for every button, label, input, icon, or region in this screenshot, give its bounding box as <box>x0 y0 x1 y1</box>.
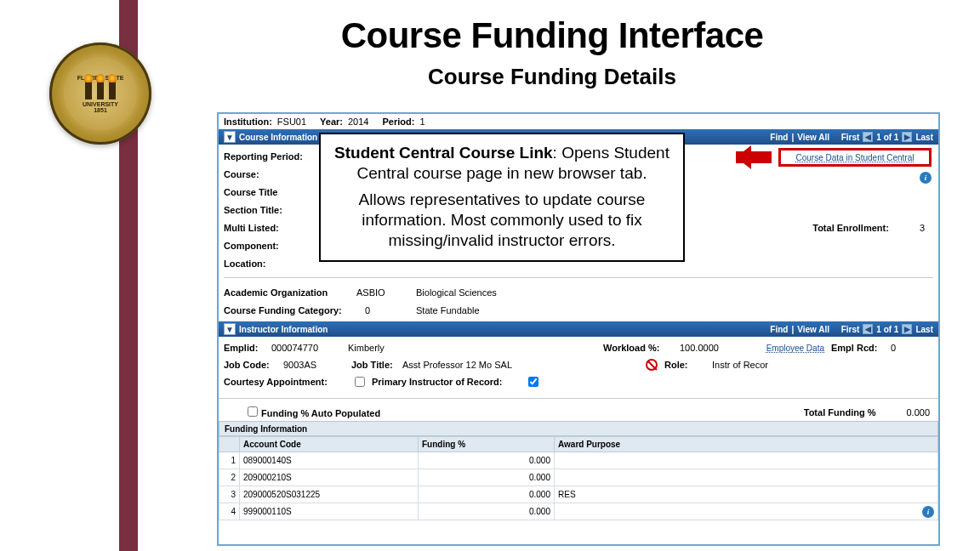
job-title-value: Asst Professor 12 Mo SAL <box>402 360 512 370</box>
academic-org-label: Academic Organization <box>224 287 351 298</box>
table-row: 2 209000210S 0.000 <box>219 469 938 486</box>
total-enrollment-value: 3 <box>920 223 925 233</box>
table-row: 3 209000520S031225 0.000 RES <box>219 486 938 503</box>
seal-bottom-text: UNIVERSITY <box>83 101 118 107</box>
pct-cell: 0.000 <box>419 452 555 469</box>
account-header: Account Code <box>240 437 419 452</box>
table-row: 4 999000110S 0.000 i <box>219 503 938 520</box>
row-number-header <box>219 437 240 452</box>
find-link[interactable]: Find <box>770 133 788 142</box>
role-value: Instr of Recor <box>712 360 768 370</box>
student-central-highlight: Course Data in Student Central <box>778 148 932 167</box>
academic-org-code: ASBIO <box>356 287 416 298</box>
funding-table: Account Code Funding % Award Purpose 1 0… <box>219 436 938 520</box>
prohibit-icon <box>646 359 658 371</box>
account-cell: 209000210S <box>240 469 419 486</box>
funding-category-code: 0 <box>365 305 416 315</box>
instructor-name: Kimberly <box>348 343 385 353</box>
job-title-label: Job Title: <box>351 360 393 370</box>
funding-category-label: Course Funding Category: <box>224 305 360 315</box>
course-info-title: Course Information <box>239 133 317 142</box>
account-cell: 089000140S <box>240 452 419 469</box>
next-icon[interactable]: ▶ <box>902 132 912 142</box>
row-num: 1 <box>219 452 240 469</box>
academic-org-name: Biological Sciences <box>416 287 497 298</box>
instructor-information-bar: ▼Instructor Information Find | View All … <box>219 321 938 337</box>
find-link[interactable]: Find <box>770 325 788 334</box>
header-strip: Institution:FSU01 Year:2014 Period:1 <box>219 114 938 129</box>
courtesy-label: Courtesy Appointment: <box>224 377 328 387</box>
job-code-value: 9003AS <box>283 360 316 370</box>
row-num: 4 <box>219 503 240 520</box>
empl-rcd-label: Empl Rcd: <box>831 343 877 353</box>
funding-pct-header: Funding % <box>419 437 555 452</box>
auto-populated-label: Funding % Auto Populated <box>261 408 380 418</box>
page-indicator: 1 of 1 <box>876 325 898 334</box>
callout-title: Student Central Course Link <box>334 144 553 162</box>
arrow-icon <box>736 151 772 163</box>
primary-instructor-checkbox[interactable] <box>528 377 538 387</box>
torch-icon <box>97 81 104 99</box>
first-text: First <box>841 133 860 142</box>
award-cell <box>555 452 938 469</box>
seal-year: 1851 <box>94 107 107 113</box>
table-row: 1 089000140S 0.000 <box>219 452 938 469</box>
view-all-text: View All <box>797 133 829 142</box>
account-cell: 209000520S031225 <box>240 486 419 503</box>
courtesy-checkbox[interactable] <box>355 377 365 387</box>
prev-icon[interactable]: ◀ <box>863 132 873 142</box>
pct-cell: 0.000 <box>419 503 555 520</box>
funding-info-title: Funding Information <box>225 424 307 434</box>
total-enrollment-label: Total Enrollment: <box>812 223 889 233</box>
info-icon-right: i <box>920 172 932 184</box>
callout-para2: Allows representatives to update course … <box>333 190 671 252</box>
pct-cell: 0.000 <box>419 469 555 486</box>
funding-category-desc: State Fundable <box>416 305 480 315</box>
course-funding-panel: Institution:FSU01 Year:2014 Period:1 ▼Co… <box>217 112 940 546</box>
info-icon[interactable]: i <box>920 172 932 184</box>
info-icon[interactable]: i <box>922 506 934 518</box>
employee-data-link[interactable]: Employee Data <box>766 344 824 353</box>
collapse-icon[interactable]: ▼ <box>224 323 236 335</box>
page-title: Course Funding Interface <box>141 15 963 56</box>
first-text: First <box>841 325 860 334</box>
primary-instructor-label: Primary Instructor of Record: <box>372 377 502 387</box>
last-text: Last <box>915 325 933 334</box>
empl-rcd-value: 0 <box>891 343 896 353</box>
callout-box: Student Central Course Link: Opens Stude… <box>319 133 685 262</box>
award-purpose-header: Award Purpose <box>555 437 938 452</box>
job-code-label: Job Code: <box>224 360 270 370</box>
prev-icon[interactable]: ◀ <box>863 324 873 334</box>
year-label: Year: <box>320 116 343 127</box>
row-num: 2 <box>219 469 240 486</box>
funding-information-bar: Funding Information <box>219 421 938 436</box>
total-funding-label: Total Funding % <box>804 407 876 418</box>
torch-icon <box>85 81 92 99</box>
torch-icon <box>109 81 116 99</box>
workload-label: Workload %: <box>603 343 659 353</box>
pct-cell: 0.000 <box>419 486 555 503</box>
page-subtitle: Course Funding Details <box>141 64 963 90</box>
period-label: Period: <box>382 116 414 127</box>
award-cell: RES <box>555 486 938 503</box>
workload-value: 100.0000 <box>680 343 719 353</box>
institution-value: FSU01 <box>277 116 306 127</box>
next-icon[interactable]: ▶ <box>902 324 912 334</box>
account-cell: 999000110S <box>240 503 419 520</box>
year-value: 2014 <box>348 116 368 127</box>
total-funding-value: 0.000 <box>906 407 930 418</box>
fsu-seal: FLORIDA STATE UNIVERSITY 1851 <box>49 43 151 145</box>
student-central-link[interactable]: Course Data in Student Central <box>796 153 914 162</box>
row-num: 3 <box>219 486 240 503</box>
last-text: Last <box>915 133 933 142</box>
role-label: Role: <box>664 360 688 370</box>
collapse-icon[interactable]: ▼ <box>224 131 236 143</box>
page-indicator: 1 of 1 <box>876 133 898 142</box>
period-value: 1 <box>419 116 424 127</box>
auto-populated-checkbox[interactable] <box>248 406 258 417</box>
institution-label: Institution: <box>224 116 272 127</box>
instructor-info-title: Instructor Information <box>239 325 328 334</box>
award-cell <box>555 469 938 486</box>
view-all-text: View All <box>797 325 829 334</box>
emplid-label: Emplid: <box>224 343 258 353</box>
